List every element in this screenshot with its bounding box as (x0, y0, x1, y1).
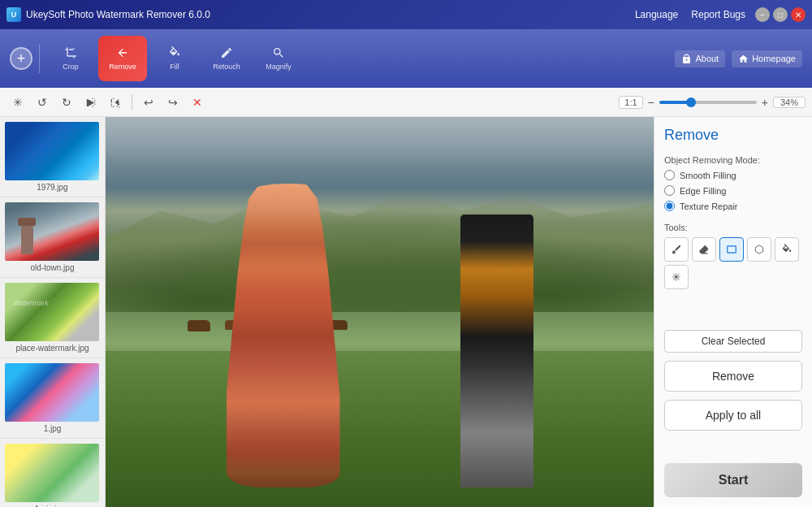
mode-smooth-option[interactable]: Smooth Filling (664, 170, 802, 180)
mode-edge-radio[interactable] (664, 185, 675, 196)
list-item[interactable]: old-town.jpg (0, 197, 105, 278)
delete-button[interactable]: ✕ (186, 91, 209, 114)
zoom-minus-icon[interactable]: − (648, 96, 654, 109)
brush-tool-button[interactable] (664, 237, 689, 262)
mode-button-magnify[interactable]: Magnify (254, 36, 303, 81)
zoom-slider-container[interactable] (659, 97, 757, 108)
close-button[interactable]: ✕ (791, 7, 806, 22)
window-controls: − □ ✕ (755, 7, 806, 22)
mode-button-crop[interactable]: Crop (46, 36, 95, 81)
mode-edge-option[interactable]: Edge Filling (664, 185, 802, 196)
apply-to-all-button[interactable]: Apply to all (664, 400, 802, 431)
titlebar: U UkeySoft Photo Watermark Remover 6.0.0… (0, 0, 812, 29)
tools-grid: ✳ (664, 237, 802, 289)
mode-texture-label: Texture Repair (680, 202, 738, 211)
lock-icon (681, 54, 692, 64)
thumbnail-4 (5, 363, 99, 422)
mode-edge-label: Edge Filling (680, 186, 726, 196)
mode-smooth-label: Smooth Filling (680, 171, 736, 180)
maximize-button[interactable]: □ (773, 7, 788, 22)
zoom-level-label: 34% (773, 97, 806, 108)
toolbar-separator-1 (39, 44, 40, 73)
brush-icon (671, 244, 682, 255)
eraser-tool-button[interactable] (692, 237, 716, 262)
home-icon (738, 54, 749, 64)
panel-title: Remove (664, 127, 802, 144)
flip-h-icon (110, 97, 121, 108)
tools-section: Tools: ✳ (664, 223, 802, 289)
right-panel: Remove Object Removing Mode: Smooth Fill… (654, 117, 812, 507)
list-item[interactable]: 1979.jpg (0, 117, 105, 197)
zoom-slider-thumb[interactable] (686, 98, 696, 107)
list-item[interactable]: Watermark place-watermark.jpg (0, 278, 105, 358)
toolbar2-separator-1 (132, 94, 132, 110)
thumbnail-3: Watermark (5, 283, 99, 341)
report-bugs-link[interactable]: Report Bugs (691, 9, 745, 20)
thumbnail-label-3: place-watermark.jpg (5, 344, 100, 353)
mode-remove-label: Remove (109, 63, 136, 71)
flip-v-icon (85, 97, 97, 108)
minimize-button[interactable]: − (755, 7, 770, 22)
zoom-fit-label[interactable]: 1:1 (619, 96, 642, 109)
crop-icon (64, 46, 77, 59)
flip-vertical-button[interactable] (80, 91, 102, 114)
main-content: 1979.jpg old-town.jpg Watermark place-wa… (0, 117, 812, 507)
left-sidebar: 1979.jpg old-town.jpg Watermark place-wa… (0, 117, 106, 507)
remove-icon (116, 46, 129, 59)
thumbnail-2 (5, 202, 99, 261)
rect-tool-button[interactable] (719, 237, 744, 262)
main-image-panel[interactable] (106, 117, 654, 507)
thumbnail-label-4: 1.jpg (5, 424, 100, 433)
thumbnail-1 (5, 122, 99, 180)
main-toolbar: + Crop Remove Fill Retouch Magnify About… (0, 29, 812, 88)
magnify-icon (272, 46, 285, 59)
add-file-button[interactable]: + (10, 47, 32, 70)
polygon-icon (754, 244, 765, 255)
magic-wand-tool-button[interactable]: ✳ (664, 265, 689, 289)
rotate-left-button[interactable]: ↺ (31, 91, 54, 114)
panel-spacer (664, 297, 802, 322)
titlebar-links: Language Report Bugs (635, 9, 745, 20)
panel-spacer-2 (664, 439, 802, 455)
toolbar-right: About Homepage (675, 50, 802, 67)
object-removing-mode-section: Object Removing Mode: Smooth Filling Edg… (664, 155, 802, 211)
mode-smooth-radio[interactable] (664, 170, 675, 180)
mode-button-remove[interactable]: Remove (98, 36, 147, 81)
thumbnail-5 (5, 444, 99, 502)
start-button[interactable]: Start (664, 463, 802, 497)
pattern-button[interactable]: ✳ (6, 91, 29, 114)
mode-button-retouch[interactable]: Retouch (202, 36, 251, 81)
secondary-toolbar: ✳ ↺ ↻ ↩ ↪ ✕ 1:1 − + 34% (0, 88, 812, 117)
thumbnail-label-2: old-town.jpg (5, 263, 100, 272)
about-button[interactable]: About (675, 50, 725, 67)
language-link[interactable]: Language (635, 9, 678, 20)
redo-button[interactable]: ↪ (162, 91, 184, 114)
mode-button-fill[interactable]: Fill (150, 36, 199, 81)
paint-icon (781, 244, 793, 255)
svg-rect-0 (728, 246, 736, 253)
mode-section-label: Object Removing Mode: (664, 155, 802, 165)
paint-tool-button[interactable] (775, 237, 799, 262)
polygon-tool-button[interactable] (747, 237, 771, 262)
app-title: UkeySoft Photo Watermark Remover 6.0.0 (26, 9, 635, 20)
mode-radio-group: Smooth Filling Edge Filling Texture Repa… (664, 170, 802, 211)
svg-marker-1 (755, 245, 762, 254)
zoom-plus-icon[interactable]: + (762, 96, 768, 109)
clear-selected-button[interactable]: Clear Selected (664, 330, 802, 353)
flip-horizontal-button[interactable] (104, 91, 127, 114)
homepage-button[interactable]: Homepage (732, 50, 802, 67)
mode-texture-option[interactable]: Texture Repair (664, 201, 802, 211)
rect-icon (726, 244, 737, 255)
rotate-right-button[interactable]: ↻ (55, 91, 78, 114)
list-item[interactable]: 1-pic.jpeg (0, 439, 105, 507)
app-logo: U (6, 7, 21, 22)
remove-button[interactable]: Remove (664, 361, 802, 392)
undo-button[interactable]: ↩ (137, 91, 160, 114)
list-item[interactable]: 1.jpg (0, 358, 105, 439)
retouch-icon (220, 46, 233, 59)
mode-texture-radio[interactable] (664, 201, 675, 211)
thumbnail-label-1: 1979.jpg (5, 183, 100, 192)
eraser-icon (698, 244, 710, 255)
fill-icon (168, 46, 181, 59)
zoom-controls: 1:1 − + 34% (619, 96, 806, 109)
